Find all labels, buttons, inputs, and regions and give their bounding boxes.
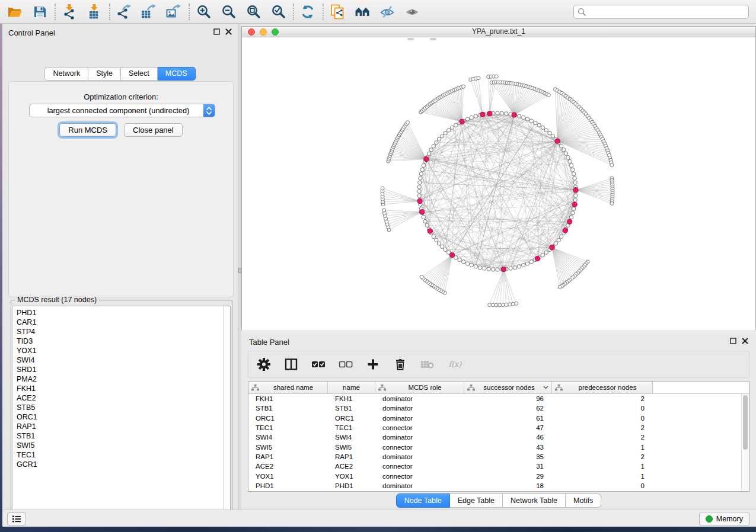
network-node[interactable] [500,111,503,115]
network-node[interactable] [573,177,576,180]
network-node[interactable] [406,121,410,124]
mcds-result-item[interactable]: TID3 [12,336,230,346]
window-close-icon[interactable] [248,28,255,36]
pane-grip[interactable] [407,38,414,40]
network-node[interactable] [496,268,499,271]
tab-style[interactable]: Style [88,67,121,81]
network-node[interactable] [571,211,575,214]
network-node[interactable] [537,123,541,127]
table-row[interactable]: SWI5SWI5connector431 [248,442,749,451]
mcds-result-item[interactable]: ORC1 [12,412,230,422]
close-panel-icon[interactable] [742,338,748,344]
refresh-icon[interactable] [300,4,315,20]
network-hub-node[interactable] [428,229,432,233]
network-node[interactable] [435,141,438,145]
network-node[interactable] [562,148,566,152]
zoom-out-icon[interactable] [221,4,236,20]
network-node[interactable] [529,260,533,264]
column-header-predecessor-nodes[interactable]: predecessor nodes [552,382,653,393]
network-node[interactable] [573,198,577,202]
tab-network[interactable]: Network [44,67,88,81]
float-panel-icon[interactable] [213,28,220,35]
network-node[interactable] [417,185,421,188]
network-node[interactable] [437,242,441,245]
mcds-result-item[interactable]: STP4 [12,327,230,336]
network-node[interactable] [417,190,421,193]
network-node[interactable] [418,181,422,184]
mcds-result-item[interactable]: FKH1 [12,384,230,393]
network-node[interactable] [423,219,427,223]
import-network-icon[interactable] [62,4,77,20]
network-hub-node[interactable] [555,139,560,143]
pane-grip[interactable] [430,38,436,40]
table-row[interactable]: FKH1FKH1dominator962 [248,394,749,403]
network-node[interactable] [515,302,518,305]
tab-motifs[interactable]: Motifs [566,493,601,508]
network-node[interactable] [478,266,481,270]
window-maximize-icon[interactable] [272,28,279,36]
network-node[interactable] [444,248,447,251]
network-node[interactable] [566,156,570,159]
network-node[interactable] [560,235,563,238]
network-node[interactable] [557,238,560,242]
network-window-titlebar[interactable]: YPA_prune.txt_1 [242,27,755,37]
network-node[interactable] [422,164,425,167]
columns-icon[interactable] [284,357,298,371]
mcds-result-item[interactable]: ACE2 [12,393,230,403]
network-node[interactable] [450,126,454,129]
network-node[interactable] [495,303,498,307]
network-node[interactable] [564,152,567,155]
network-node[interactable] [541,126,544,129]
zoom-fit-icon[interactable] [245,4,261,20]
network-node[interactable] [458,258,461,261]
network-node[interactable] [441,134,444,138]
mcds-result-item[interactable]: SWI5 [12,441,230,450]
network-node[interactable] [525,117,529,121]
network-node[interactable] [465,262,469,265]
network-node[interactable] [558,286,562,289]
network-node[interactable] [477,76,480,80]
save-session-icon[interactable] [32,4,47,20]
network-node[interactable] [548,131,551,134]
network-node[interactable] [610,201,614,205]
task-history-button[interactable] [7,512,26,525]
search-input[interactable] [588,7,748,17]
tab-select[interactable]: Select [121,67,158,81]
network-node[interactable] [420,168,424,171]
table-row[interactable]: YOX1YOX1connector291 [248,471,749,480]
window-minimize-icon[interactable] [260,28,267,36]
network-node[interactable] [517,265,521,268]
zoom-in-icon[interactable] [196,4,211,20]
network-node[interactable] [435,238,438,242]
table-row[interactable]: ORC1ORC1dominator610 [248,414,749,423]
network-node[interactable] [454,123,458,127]
mcds-result-item[interactable]: RAP1 [12,422,230,431]
mcds-result-item[interactable]: YOX1 [12,346,230,355]
network-node[interactable] [572,172,576,175]
network-node[interactable] [544,251,548,254]
network-hub-node[interactable] [417,198,422,203]
column-header-shared-name[interactable]: shared name [248,382,328,393]
network-node[interactable] [422,215,425,219]
tab-network-table[interactable]: Network Table [503,493,566,508]
network-node[interactable] [498,303,502,307]
network-hub-node[interactable] [512,113,516,117]
network-hub-node[interactable] [567,219,572,224]
column-header-successor-nodes[interactable]: successor nodes [464,382,552,393]
optimization-criterion-select[interactable]: largest connected component (undirected) [29,104,215,117]
mcds-result-item[interactable]: TEC1 [12,450,230,460]
network-node[interactable] [483,267,486,270]
first-neighbors-icon[interactable] [355,4,370,20]
network-node[interactable] [508,303,512,306]
network-node[interactable] [509,267,512,270]
network-canvas[interactable] [242,37,755,330]
network-node[interactable] [382,209,386,212]
network-node[interactable] [568,159,572,163]
network-node[interactable] [470,116,473,119]
network-node[interactable] [425,223,429,227]
network-node[interactable] [569,215,573,219]
table-scrollbar-thumb[interactable] [743,395,748,450]
network-hub-node[interactable] [563,228,567,233]
mcds-result-item[interactable]: SWI4 [12,355,230,365]
deselect-all-icon[interactable] [339,357,353,371]
